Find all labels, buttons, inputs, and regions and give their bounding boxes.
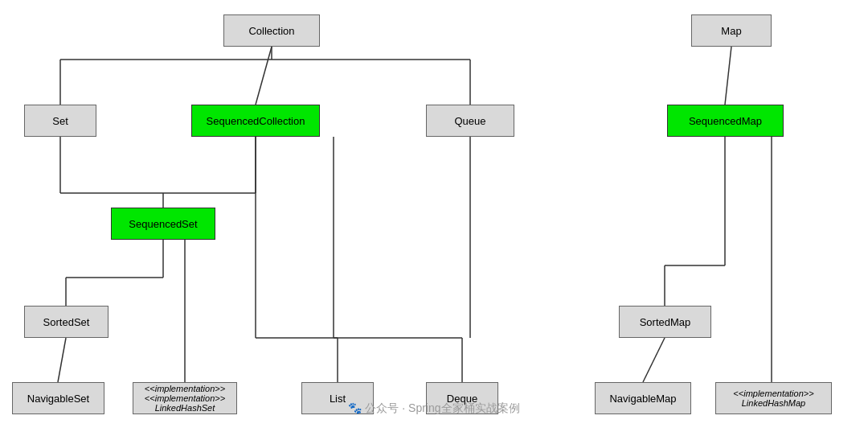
svg-line-22 (58, 338, 66, 382)
node-sorted-set: SortedSet (24, 306, 108, 338)
node-queue: Queue (426, 105, 514, 137)
node-sequenced-map: SequencedMap (667, 105, 784, 137)
diagram-container: Collection Set SequencedCollection Queue… (0, 0, 868, 432)
node-sequenced-set: SequencedSet (111, 208, 215, 240)
svg-line-23 (725, 47, 731, 105)
node-linked-hash-map: <<implementation>>LinkedHashMap (715, 382, 832, 414)
node-sorted-map: SortedMap (619, 306, 711, 338)
svg-line-29 (643, 338, 665, 382)
node-collection: Collection (223, 14, 320, 47)
node-navigable-map: NavigableMap (595, 382, 691, 414)
node-linked-hash-set: <<implementation>><<implementation>> Lin… (133, 382, 237, 414)
node-map: Map (691, 14, 772, 47)
node-navigable-set: NavigableSet (12, 382, 104, 414)
node-sequenced-collection: SequencedCollection (191, 105, 320, 137)
watermark: 🐾 公众号 · Spring全家桶实战案例 (348, 401, 519, 416)
svg-line-3 (256, 47, 272, 105)
node-set: Set (24, 105, 96, 137)
